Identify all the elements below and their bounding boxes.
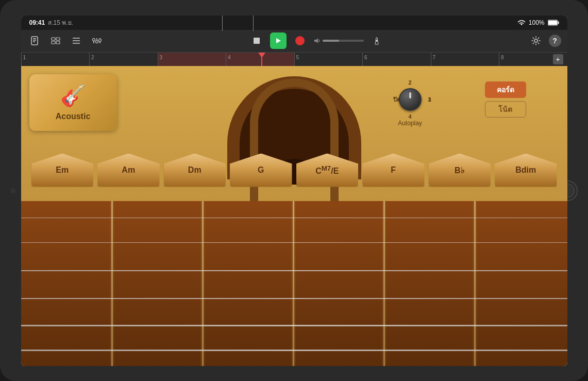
toolbar: ? — [21, 30, 567, 53]
chord-button-dm[interactable]: Dm — [164, 154, 226, 187]
toolbar-right: ? — [528, 33, 561, 48]
svg-rect-2 — [558, 21, 559, 24]
fret-line-4 — [383, 201, 385, 366]
mixer-button[interactable] — [89, 33, 105, 48]
fret-line-1 — [111, 201, 113, 366]
battery-icon — [548, 20, 559, 26]
status-right: 100% — [517, 19, 559, 26]
record-button[interactable] — [292, 32, 308, 49]
chord-button-am[interactable]: Am — [97, 154, 160, 187]
status-left: 09:41 ส.15 พ.ย. — [29, 18, 73, 27]
view-toggle-button[interactable] — [48, 33, 63, 48]
settings-button[interactable] — [528, 33, 544, 48]
ruler-mark-6: 6 — [362, 53, 431, 66]
chord-button-bdim[interactable]: Bdim — [495, 154, 557, 187]
knob-label-4: 4 — [408, 113, 411, 120]
ipad-frame: 09:41 ส.15 พ.ย. 100% — [0, 0, 588, 381]
tracks-list-button[interactable] — [69, 33, 84, 48]
svg-point-15 — [92, 39, 95, 41]
ruler-mark-1: 1 — [21, 53, 90, 66]
chord-row: Em Am Dm G CM7/E F B♭ — [21, 146, 567, 187]
chord-button-g[interactable]: G — [230, 154, 292, 187]
guitar-icon: 🎸 — [60, 84, 86, 108]
status-bar: 09:41 ส.15 พ.ย. 100% — [21, 15, 567, 30]
instrument-name: Acoustic — [56, 112, 91, 121]
svg-rect-20 — [254, 38, 260, 44]
svg-rect-1 — [548, 21, 557, 25]
autoplay-knob-container[interactable]: ปิด 2 3 4 1 — [392, 81, 428, 118]
instrument-tile[interactable]: 🎸 Acoustic — [29, 74, 117, 131]
ruler-mark-5: 5 — [294, 53, 363, 66]
add-track-button[interactable]: + — [553, 54, 563, 64]
string-6 — [21, 350, 567, 351]
ruler-mark-2: 2 — [89, 53, 158, 66]
fret-line-3 — [293, 201, 294, 366]
string-2 — [21, 242, 567, 243]
mode-buttons: คอร์ด โน้ต — [485, 81, 526, 118]
svg-point-17 — [95, 41, 98, 43]
ipad-screen: 09:41 ส.15 พ.ย. 100% — [21, 15, 567, 366]
note-mode-button[interactable]: โน้ต — [485, 101, 526, 118]
help-button[interactable]: ? — [549, 35, 561, 47]
chord-button-f[interactable]: F — [362, 154, 425, 187]
svg-rect-8 — [56, 38, 60, 40]
play-button[interactable] — [270, 32, 287, 49]
chord-mode-button[interactable]: คอร์ด — [485, 81, 526, 98]
timeline-bar: 1 2 3 4 5 6 7 8 + — [21, 53, 567, 66]
toolbar-center — [248, 32, 384, 49]
svg-rect-10 — [56, 41, 60, 44]
svg-rect-7 — [52, 38, 55, 40]
svg-rect-3 — [31, 37, 38, 45]
autoplay-label: Autoplay — [398, 120, 422, 127]
new-document-button[interactable] — [27, 33, 43, 48]
svg-rect-9 — [52, 41, 55, 44]
toolbar-left — [27, 33, 105, 48]
knob-label-2: 2 — [408, 79, 411, 86]
battery-display: 100% — [529, 19, 545, 26]
chord-button-em[interactable]: Em — [31, 154, 94, 187]
left-sensor — [10, 188, 15, 193]
svg-marker-21 — [276, 38, 281, 43]
volume-track — [323, 40, 364, 42]
time-display: 09:41 — [29, 19, 45, 26]
ruler-mark-3: 3 — [158, 53, 226, 66]
string-5 — [21, 325, 567, 326]
svg-point-25 — [534, 39, 537, 42]
fret-line-2 — [202, 201, 204, 366]
autoplay-area: ปิด 2 3 4 1 Autoplay — [392, 81, 428, 127]
ruler-mark-7: 7 — [431, 53, 499, 66]
fretboard[interactable] — [21, 201, 567, 366]
record-indicator — [295, 36, 305, 45]
playhead — [261, 53, 262, 66]
annotation-line-2 — [253, 15, 254, 31]
string-1 — [21, 218, 567, 218]
date-display: ส.15 พ.ย. — [48, 18, 73, 27]
volume-fill — [323, 40, 339, 42]
string-3 — [21, 270, 567, 271]
autoplay-knob[interactable] — [399, 88, 422, 111]
annotation-line-1 — [222, 15, 223, 31]
main-content: 🎸 Acoustic ปิด 2 3 4 1 — [21, 66, 567, 366]
fret-line-5 — [474, 201, 476, 366]
svg-point-19 — [98, 39, 101, 42]
wifi-icon — [517, 20, 526, 26]
chord-button-cm7e[interactable]: CM7/E — [296, 154, 359, 187]
svg-marker-22 — [314, 38, 318, 43]
chord-button-bb[interactable]: B♭ — [429, 154, 491, 187]
metronome-button[interactable] — [369, 33, 384, 48]
svg-point-24 — [376, 40, 378, 42]
stop-button[interactable] — [248, 32, 265, 49]
ruler: 1 2 3 4 5 6 7 8 — [21, 53, 567, 66]
knob-label-1: 1 — [428, 96, 431, 103]
string-4 — [21, 298, 567, 299]
volume-slider[interactable] — [313, 37, 364, 44]
